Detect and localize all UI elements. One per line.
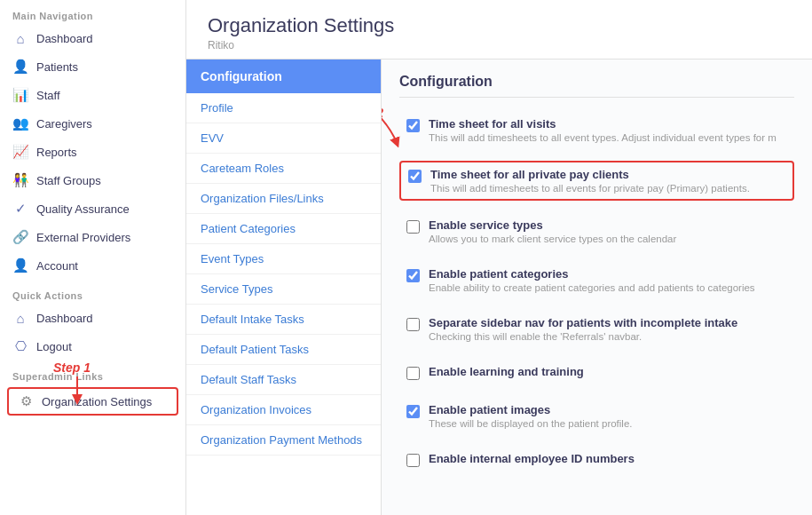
option-desc: This will add timesheets to all events f… — [430, 183, 750, 194]
config-option-timesheet-all-visits: Time sheet for all visits This will add … — [399, 112, 794, 148]
main-nav-label: Main Navigation — [0, 0, 185, 25]
checkbox-employee-id[interactable] — [406, 454, 420, 467]
option-desc: Allows you to mark client service types … — [429, 234, 676, 244]
step2-arrow — [382, 91, 404, 154]
config-option-patient-images: Enable patient images These will be disp… — [399, 398, 794, 434]
config-nav-service-types[interactable]: Service Types — [186, 274, 381, 305]
sidebar-item-reports[interactable]: 📈 Reports — [0, 138, 185, 166]
sidebar-item-caregivers[interactable]: 👥 Caregivers — [0, 109, 185, 138]
option-text: Enable service types Allows you to mark … — [429, 218, 676, 244]
step1-arrow — [64, 376, 91, 405]
main-header: Organization Settings Ritiko — [186, 0, 812, 59]
config-option-employee-id: Enable internal employee ID numbers — [399, 447, 794, 472]
sidebar-item-dashboard[interactable]: ⌂ Dashboard — [0, 25, 185, 52]
option-text: Time sheet for all visits This will add … — [429, 117, 777, 143]
sidebar-item-logout[interactable]: ⎔ Logout — [0, 332, 185, 360]
staff-groups-icon: 👫 — [12, 172, 28, 188]
checkbox-timesheet-private-pay[interactable] — [408, 170, 422, 183]
account-icon: 👤 — [12, 258, 28, 273]
config-option-service-types: Enable service types Allows you to mark … — [399, 213, 794, 250]
option-desc: Enable ability to create patient categor… — [429, 282, 755, 293]
sidebar-item-label: Organization Settings — [42, 395, 152, 408]
sidebar-item-staff-groups[interactable]: 👫 Staff Groups — [0, 166, 185, 194]
config-option-patient-categories: Enable patient categories Enable ability… — [399, 262, 794, 298]
config-option-sidebar-nav: Separate sidebar nav for patients with i… — [399, 311, 794, 347]
sidebar-item-label: External Providers — [36, 231, 130, 244]
config-nav-header: Configuration — [186, 59, 381, 93]
main-content: Organization Settings Ritiko Configurati… — [186, 0, 812, 515]
option-label: Enable patient images — [429, 403, 633, 416]
option-desc: These will be displayed on the patient p… — [429, 418, 633, 429]
checkbox-patient-categories[interactable] — [406, 269, 420, 282]
reports-icon: 📈 — [12, 144, 28, 160]
sidebar-item-label: Logout — [36, 340, 72, 353]
option-label: Enable service types — [429, 218, 676, 232]
option-desc: This will add timesheets to all event ty… — [429, 132, 777, 143]
main-body: Configuration Profile EVV Careteam Roles… — [186, 59, 812, 515]
option-text: Enable learning and training — [429, 365, 584, 378]
checkbox-service-types[interactable] — [406, 220, 420, 234]
option-label: Enable patient categories — [429, 267, 755, 281]
sidebar-item-patients[interactable]: 👤 Patients — [0, 52, 185, 81]
home-icon: ⌂ — [12, 31, 28, 46]
qa-icon: ✓ — [12, 201, 28, 217]
option-text: Enable patient categories Enable ability… — [429, 267, 755, 293]
option-label: Time sheet for all visits — [429, 117, 777, 131]
logout-icon: ⎔ — [12, 338, 28, 354]
option-label: Time sheet for all private pay clients — [430, 168, 750, 181]
option-text: Enable internal employee ID numbers — [429, 452, 635, 465]
step1-label: Step 1 — [53, 360, 91, 375]
option-desc: Checking this will enable the 'Referrals… — [429, 331, 737, 342]
sidebar-item-label: Reports — [36, 146, 77, 159]
sidebar-item-label: Patients — [36, 60, 78, 74]
sidebar-item-account[interactable]: 👤 Account — [0, 251, 185, 280]
config-nav-profile[interactable]: Profile — [186, 93, 381, 123]
sidebar-item-label: Staff Groups — [36, 174, 101, 187]
config-nav-org-payment-methods[interactable]: Organization Payment Methods — [186, 425, 381, 456]
config-option-learning: Enable learning and training — [399, 360, 794, 385]
home2-icon: ⌂ — [12, 311, 28, 326]
caregivers-icon: 👥 — [12, 115, 28, 131]
config-panel: Configuration Step 2 Time sheet for all … — [382, 59, 812, 515]
sidebar: Main Navigation ⌂ Dashboard 👤 Patients 📊… — [0, 0, 186, 515]
sidebar-item-qa-dashboard[interactable]: ⌂ Dashboard — [0, 305, 185, 332]
checkbox-learning[interactable] — [406, 367, 420, 380]
option-label: Enable learning and training — [429, 365, 584, 378]
page-title: Organization Settings — [208, 14, 791, 37]
sidebar-item-label: Account — [36, 259, 78, 273]
config-nav-patient-categories[interactable]: Patient Categories — [186, 214, 381, 244]
sidebar-item-org-settings[interactable]: ⚙ Organization Settings — [7, 387, 178, 416]
option-text: Time sheet for all private pay clients T… — [430, 168, 750, 194]
config-nav-evv[interactable]: EVV — [186, 123, 381, 154]
quick-actions-label: Quick Actions — [0, 280, 185, 305]
sidebar-item-quality-assurance[interactable]: ✓ Quality Assurance — [0, 194, 185, 223]
config-nav-org-files[interactable]: Organization Files/Links — [186, 184, 381, 214]
staff-icon: 📊 — [12, 87, 28, 103]
config-nav-default-patient-tasks[interactable]: Default Patient Tasks — [186, 335, 381, 365]
config-nav-careteam-roles[interactable]: Careteam Roles — [186, 154, 381, 184]
external-icon: 🔗 — [12, 229, 28, 245]
config-nav-org-invoices[interactable]: Organization Invoices — [186, 395, 381, 425]
option-label: Separate sidebar nav for patients with i… — [429, 316, 737, 329]
config-nav-default-staff-tasks[interactable]: Default Staff Tasks — [186, 365, 381, 395]
sidebar-item-label: Staff — [36, 89, 60, 102]
option-text: Enable patient images These will be disp… — [429, 403, 633, 429]
sidebar-item-label: Dashboard — [36, 32, 93, 45]
sidebar-item-label: Caregivers — [36, 117, 92, 131]
sidebar-item-external-providers[interactable]: 🔗 External Providers — [0, 223, 185, 251]
config-option-timesheet-private-pay: Time sheet for all private pay clients T… — [399, 161, 794, 201]
config-panel-title: Configuration — [399, 74, 794, 98]
config-nav-event-types[interactable]: Event Types — [186, 244, 381, 274]
option-label: Enable internal employee ID numbers — [429, 452, 635, 465]
checkbox-timesheet-all-visits[interactable] — [406, 119, 420, 132]
settings-icon: ⚙ — [18, 393, 34, 409]
checkbox-sidebar-nav[interactable] — [406, 318, 420, 331]
config-nav-default-intake-tasks[interactable]: Default Intake Tasks — [186, 305, 381, 335]
sidebar-item-staff[interactable]: 📊 Staff — [0, 81, 185, 109]
sidebar-item-label: Dashboard — [36, 312, 93, 325]
patients-icon: 👤 — [12, 59, 28, 75]
checkbox-patient-images[interactable] — [406, 405, 420, 418]
page-subtitle: Ritiko — [208, 39, 791, 52]
sidebar-item-label: Quality Assurance — [36, 202, 130, 216]
config-nav: Configuration Profile EVV Careteam Roles… — [186, 59, 382, 515]
